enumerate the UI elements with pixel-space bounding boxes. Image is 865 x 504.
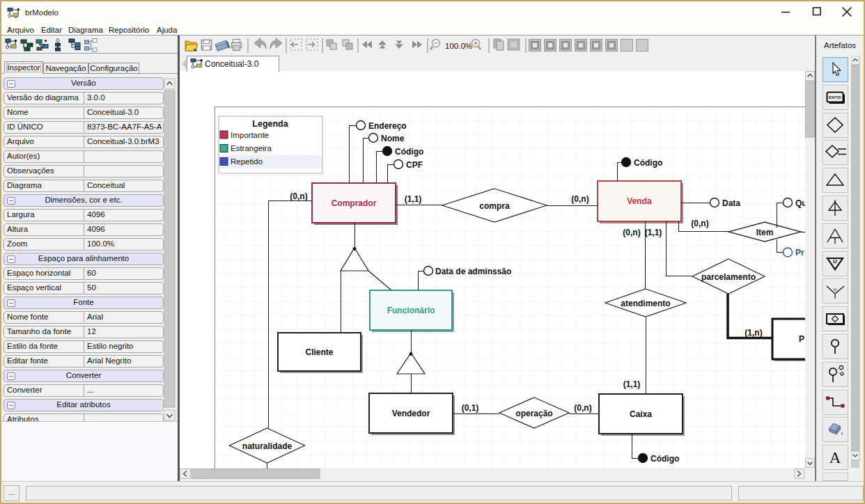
svg-text:(1,1): (1,1) bbox=[645, 228, 662, 237]
svg-text:Importante: Importante bbox=[231, 131, 269, 139]
svg-text:(0,n): (0,n) bbox=[623, 228, 640, 237]
svg-text:Item: Item bbox=[756, 228, 774, 237]
svg-text:Venda: Venda bbox=[627, 196, 652, 206]
svg-text:naturalidade: naturalidade bbox=[242, 441, 293, 451]
svg-text:operação: operação bbox=[515, 409, 552, 418]
svg-text:Comprador: Comprador bbox=[332, 198, 377, 208]
svg-text:(0,n): (0,n) bbox=[571, 194, 589, 204]
svg-text:atendimento: atendimento bbox=[621, 299, 670, 308]
svg-text:Código: Código bbox=[650, 454, 679, 464]
svg-text:u: u bbox=[834, 287, 836, 292]
svg-text:Pr: Pr bbox=[795, 248, 804, 258]
svg-text:(0,n): (0,n) bbox=[691, 219, 708, 228]
svg-text:Caixa: Caixa bbox=[630, 409, 652, 419]
svg-text:Qu: Qu bbox=[795, 198, 805, 208]
svg-text:Vendedor: Vendedor bbox=[392, 409, 430, 418]
svg-text:CPF: CPF bbox=[406, 160, 423, 170]
svg-text:(0,n): (0,n) bbox=[290, 191, 307, 201]
svg-text:U: U bbox=[833, 258, 837, 265]
svg-text:Endereço: Endereço bbox=[368, 121, 407, 131]
svg-text:Funcionário: Funcionário bbox=[387, 306, 435, 315]
svg-text:Legenda: Legenda bbox=[252, 119, 288, 129]
svg-text:Estrangeira: Estrangeira bbox=[231, 144, 272, 152]
svg-text:Código: Código bbox=[634, 158, 662, 168]
svg-text:Nome: Nome bbox=[381, 134, 405, 143]
svg-text:Data de adminssão: Data de adminssão bbox=[435, 267, 511, 276]
svg-text:(1,1): (1,1) bbox=[623, 379, 641, 389]
svg-text:(0,1): (0,1) bbox=[462, 403, 479, 413]
svg-text:ENTID: ENTID bbox=[829, 95, 841, 100]
svg-text:(1,1): (1,1) bbox=[405, 194, 422, 204]
svg-text:(0,n): (0,n) bbox=[574, 403, 591, 413]
svg-text:A: A bbox=[829, 449, 841, 466]
svg-text:Data: Data bbox=[722, 198, 740, 208]
svg-text:parcelamento: parcelamento bbox=[701, 272, 756, 282]
svg-text:Código: Código bbox=[395, 147, 423, 157]
svg-text:compra: compra bbox=[479, 201, 510, 211]
svg-text:Cliente: Cliente bbox=[305, 347, 333, 357]
svg-text:(1,n): (1,n) bbox=[745, 328, 762, 338]
svg-text:P: P bbox=[799, 334, 804, 344]
svg-text:100.0%: 100.0% bbox=[445, 42, 472, 50]
svg-text:Repetido: Repetido bbox=[231, 157, 263, 166]
